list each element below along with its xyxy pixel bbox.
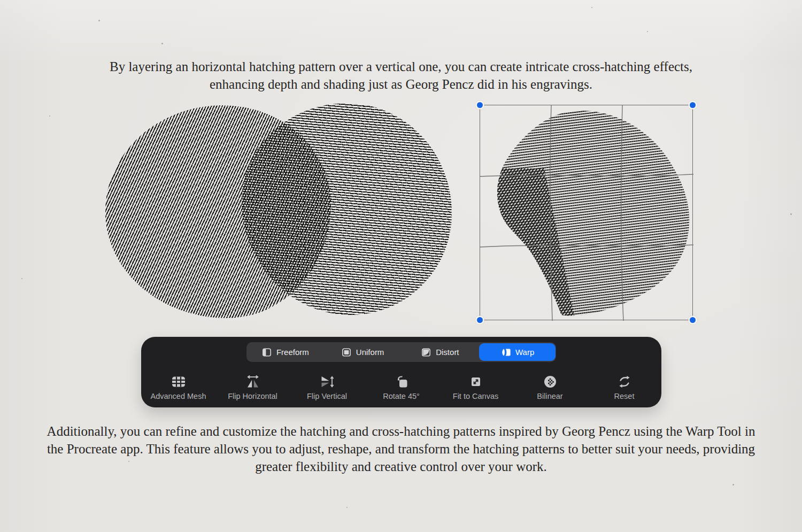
transform-handle-bottom-right[interactable] bbox=[690, 317, 696, 323]
page: By layering an horizontal hatching patte… bbox=[0, 0, 802, 532]
tab-distort[interactable]: Distort bbox=[402, 343, 479, 361]
flip-vertical-button[interactable]: Flip Vertical bbox=[290, 372, 364, 403]
paper-speck bbox=[591, 7, 592, 8]
reset-button[interactable]: Reset bbox=[587, 372, 661, 403]
uniform-icon bbox=[341, 347, 352, 358]
flip-vertical-icon bbox=[319, 374, 335, 390]
warp-icon bbox=[500, 347, 511, 358]
distort-icon bbox=[421, 347, 431, 358]
paper-speck bbox=[21, 278, 22, 279]
tab-label: Freeform bbox=[276, 348, 309, 357]
tab-label: Distort bbox=[436, 348, 459, 357]
button-label: Flip Vertical bbox=[307, 392, 347, 400]
paper-speck bbox=[790, 213, 792, 215]
transform-mode-segmented-control: Freeform Uniform Disto bbox=[246, 342, 556, 362]
button-label: Fit to Canvas bbox=[453, 392, 498, 400]
rotate-45-icon bbox=[394, 374, 410, 390]
paper-speck bbox=[98, 20, 100, 21]
transform-box[interactable] bbox=[480, 105, 693, 320]
footer-text: Additionally, you can refine and customi… bbox=[45, 422, 757, 475]
bilinear-button[interactable]: Bilinear bbox=[513, 372, 587, 403]
paper-speck bbox=[161, 43, 163, 44]
paper-speck bbox=[647, 31, 648, 32]
button-label: Reset bbox=[614, 392, 635, 400]
warp-mesh-grid bbox=[480, 105, 693, 321]
paper-speck bbox=[346, 507, 348, 508]
advanced-mesh-icon bbox=[171, 374, 187, 390]
reset-icon bbox=[616, 374, 633, 390]
button-label: Bilinear bbox=[537, 392, 562, 400]
transform-toolbar: Freeform Uniform Disto bbox=[141, 337, 661, 407]
fit-to-canvas-icon bbox=[468, 374, 484, 390]
tab-uniform[interactable]: Uniform bbox=[325, 343, 401, 361]
transform-handle-top-left[interactable] bbox=[477, 102, 483, 108]
rotate-45-button[interactable]: Rotate 45° bbox=[364, 372, 438, 403]
advanced-mesh-button[interactable]: Advanced Mesh bbox=[141, 372, 215, 403]
tab-label: Warp bbox=[515, 348, 534, 357]
transform-handle-top-right[interactable] bbox=[690, 102, 696, 108]
header-text: By layering an horizontal hatching patte… bbox=[82, 58, 721, 93]
tab-warp[interactable]: Warp bbox=[479, 343, 556, 361]
flip-horizontal-button[interactable]: Flip Horizontal bbox=[215, 372, 290, 403]
paper-speck bbox=[732, 484, 734, 485]
freeform-icon bbox=[261, 347, 272, 358]
tab-label: Uniform bbox=[356, 348, 384, 357]
fit-to-canvas-button[interactable]: Fit to Canvas bbox=[438, 372, 513, 403]
bilinear-icon bbox=[542, 374, 558, 390]
flip-horizontal-icon bbox=[245, 374, 261, 390]
paper-speck bbox=[49, 115, 50, 117]
transform-handle-bottom-left[interactable] bbox=[477, 317, 483, 323]
button-label: Advanced Mesh bbox=[151, 392, 206, 400]
button-label: Flip Horizontal bbox=[228, 392, 277, 400]
toolbar-button-row: Advanced Mesh Flip Horizontal bbox=[141, 372, 661, 403]
button-label: Rotate 45° bbox=[383, 392, 420, 400]
tab-freeform[interactable]: Freeform bbox=[247, 343, 323, 361]
